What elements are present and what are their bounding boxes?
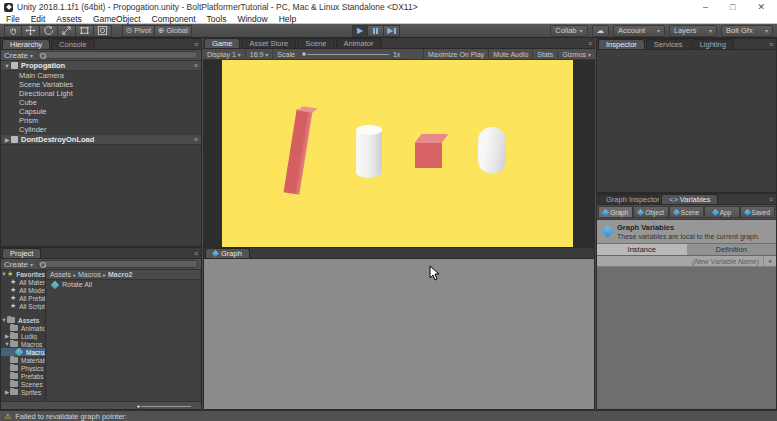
menu-component[interactable]: Component [152, 14, 196, 24]
asset-macro2[interactable]: Macro2 [1, 348, 45, 356]
hierarchy-item-capsule[interactable]: Capsule [1, 107, 201, 116]
scope-tab-app[interactable]: App [704, 206, 739, 218]
transform-tool-button[interactable] [94, 25, 112, 37]
scope-tab-graph[interactable]: Graph [598, 206, 633, 218]
layout-dropdown[interactable]: Bolt Gfx ▾ [721, 25, 773, 37]
tab-animator[interactable]: Animator [336, 38, 382, 48]
hierarchy-item-prism[interactable]: Prism [1, 116, 201, 125]
folder-prefabs[interactable]: Prefabs [1, 372, 45, 380]
panel-menu-icon[interactable]: ≡ [588, 40, 592, 47]
scope-tab-scene[interactable]: Scene [669, 206, 704, 218]
scene-header-dontdestroyonload[interactable]: ▶ DontDestroyOnLoad ≡ [1, 135, 201, 145]
menu-assets[interactable]: Assets [56, 14, 82, 24]
panel-menu-icon[interactable]: ≡ [769, 41, 773, 48]
favorite-all-prefabs[interactable]: ★All Prefabs [1, 294, 45, 302]
tab-instance[interactable]: Instance [597, 244, 687, 255]
hand-tool-button[interactable] [4, 25, 22, 37]
graph-canvas[interactable] [204, 259, 594, 409]
scale-slider[interactable] [301, 54, 389, 55]
favorites-foldout[interactable]: ▼ ★ Favorites [1, 270, 45, 278]
maximize-button[interactable]: □ [730, 2, 735, 12]
step-button[interactable]: ▶ [384, 25, 400, 37]
folder-ludiq[interactable]: ▶Ludiq [1, 332, 45, 340]
assets-foldout[interactable]: ▼ Assets [1, 316, 45, 324]
tab-project[interactable]: Project [2, 248, 41, 258]
menu-window[interactable]: Window [237, 14, 267, 24]
hierarchy-item-main-camera[interactable]: Main Camera [1, 71, 201, 80]
status-bar[interactable]: ⚠ Failed to revalidate graph pointer: [0, 410, 777, 421]
menu-help[interactable]: Help [279, 14, 296, 24]
tab-inspector[interactable]: Inspector [598, 39, 645, 49]
move-tool-button[interactable] [22, 25, 40, 37]
asset-rotate-all[interactable]: Rotate All [47, 280, 200, 289]
scene-menu-icon[interactable]: ≡ [194, 62, 198, 69]
tab-graph-inspector[interactable]: Graph Inspector [598, 194, 660, 204]
icon-size-slider-knob[interactable] [136, 404, 141, 409]
add-variable-button[interactable]: + [763, 257, 776, 266]
rotate-tool-button[interactable] [40, 25, 58, 37]
pause-button[interactable] [368, 25, 384, 37]
tab-game[interactable]: Game [204, 38, 240, 48]
menu-file[interactable]: File [6, 14, 20, 24]
tab-scene[interactable]: Scene [297, 38, 334, 48]
global-toggle-button[interactable]: ⊕ Global [155, 25, 192, 37]
scope-tab-object[interactable]: Object [633, 206, 668, 218]
favorite-all-models[interactable]: ★All Models [1, 286, 45, 294]
create-dropdown[interactable]: Create▾ [4, 51, 33, 60]
hierarchy-search-input[interactable] [37, 51, 198, 59]
collab-dropdown[interactable]: Collab ▾ [550, 25, 587, 37]
folder-physics[interactable]: Physics [1, 364, 45, 372]
panel-menu-icon[interactable]: ≡ [194, 250, 198, 257]
folder-materials[interactable]: Materials [1, 356, 45, 364]
folder-sprites[interactable]: ▶Sprites [1, 388, 45, 396]
menu-tools[interactable]: Tools [207, 14, 227, 24]
breadcrumb-macros[interactable]: Macros [78, 271, 101, 278]
hierarchy-item-cylinder[interactable]: Cylinder [1, 125, 201, 134]
favorite-all-scripts[interactable]: ★All Scripts [1, 302, 45, 310]
display-dropdown[interactable]: Display 1 ▾ [203, 49, 245, 60]
icon-size-slider[interactable] [136, 406, 191, 407]
scene-menu-icon[interactable]: ≡ [194, 136, 198, 143]
folder-scenes[interactable]: Scenes [1, 380, 45, 388]
minimize-button[interactable]: – [703, 2, 708, 12]
tab-asset-store[interactable]: Asset Store [241, 38, 296, 48]
tab-lighting[interactable]: Lighting [692, 39, 734, 49]
close-button[interactable]: ✕ [757, 2, 765, 12]
menu-gameobject[interactable]: GameObject [93, 14, 141, 24]
rect-tool-button[interactable] [76, 25, 94, 37]
menu-edit[interactable]: Edit [31, 14, 46, 24]
tab-services[interactable]: Services [646, 39, 691, 49]
stats-toggle[interactable]: Stats [532, 49, 557, 60]
layers-dropdown[interactable]: Layers ▾ [669, 25, 717, 37]
game-viewport[interactable] [203, 60, 595, 247]
new-variable-input[interactable]: (New Variable Name) [692, 258, 759, 265]
breadcrumb-macro2[interactable]: Macro2 [108, 271, 133, 278]
project-search-input[interactable] [37, 260, 198, 268]
maximize-on-play-toggle[interactable]: Maximize On Play [423, 49, 488, 60]
mute-audio-toggle[interactable]: Mute Audio [488, 49, 532, 60]
breadcrumb-assets[interactable]: Assets [50, 271, 71, 278]
panel-menu-icon[interactable]: ≡ [194, 41, 198, 48]
account-dropdown[interactable]: Account ▾ [613, 25, 665, 37]
scene-header-propogation[interactable]: ▼ Propogation ≡ [1, 61, 201, 71]
project-create-dropdown[interactable]: Create▾ [4, 260, 33, 269]
panel-menu-icon[interactable]: ≡ [769, 196, 773, 203]
gizmos-dropdown[interactable]: Gizmos ▾ [557, 49, 595, 60]
tab-definition[interactable]: Definition [687, 244, 777, 255]
hierarchy-item-directional-light[interactable]: Directional Light [1, 89, 201, 98]
foldout-open-icon[interactable]: ▼ [3, 63, 11, 69]
folder-macros[interactable]: ▼Macros [1, 340, 45, 348]
hierarchy-item-scene-variables[interactable]: Scene Variables [1, 80, 201, 89]
cloud-services-button[interactable]: ☁ [592, 25, 610, 37]
aspect-dropdown[interactable]: 16:9 ▾ [245, 49, 273, 60]
favorite-all-materials[interactable]: ★All Materials [1, 278, 45, 286]
pivot-toggle-button[interactable]: ⊙ Pivot [122, 25, 155, 37]
scale-tool-button[interactable] [58, 25, 76, 37]
tab-hierarchy[interactable]: Hierarchy [2, 39, 50, 49]
play-button[interactable]: ▶ [352, 25, 368, 37]
hierarchy-item-cube[interactable]: Cube [1, 98, 201, 107]
folder-animations[interactable]: Animations [1, 324, 45, 332]
tab-variables[interactable]: <> Variables [661, 194, 718, 204]
scope-tab-saved[interactable]: Saved [740, 206, 775, 218]
scale-slider-knob[interactable] [301, 51, 307, 57]
